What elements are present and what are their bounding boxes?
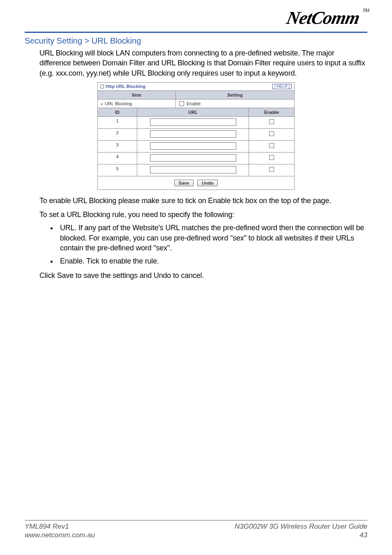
enable-master-checkbox[interactable] [179, 101, 184, 106]
row-url-cell [137, 153, 249, 164]
row-enable-checkbox[interactable] [269, 155, 274, 160]
row-id: 5 [98, 164, 137, 176]
table-row: 4 [98, 153, 294, 164]
header-item: Item [98, 91, 176, 99]
row-enable-checkbox[interactable] [269, 131, 274, 136]
table-row: 5 [98, 164, 294, 176]
header-setting: Setting [176, 91, 294, 99]
panel-icon [100, 85, 104, 88]
content-area: Security Setting > URL Blocking URL Bloc… [0, 36, 392, 280]
url-blocking-setting: Enable [176, 99, 294, 108]
table-row: 1 [98, 117, 294, 129]
row-url-cell [137, 129, 249, 140]
row-url-cell [137, 164, 249, 176]
row-enable-checkbox[interactable] [269, 143, 274, 148]
logo-text: NetComm [284, 8, 361, 28]
row-url-cell [137, 141, 249, 152]
url-blocking-label: URL Blocking [105, 101, 132, 106]
save-note: Click Save to save the settings and Undo… [39, 271, 367, 280]
row-id: 4 [98, 153, 137, 164]
url-input[interactable] [150, 154, 236, 162]
footer-doc-title: N3G002W 3G Wireless Router User Guide [235, 522, 367, 531]
panel-footer: Save Undo [98, 176, 294, 190]
header-enable: Enable [249, 108, 294, 116]
triangle-icon [101, 104, 103, 105]
enable-note: To enable URL Blocking please make sure … [39, 196, 367, 206]
rule-bullet-list: URL. If any part of the Website's URL ma… [48, 223, 367, 266]
table-row: 3 [98, 141, 294, 153]
row-enable-cell [249, 117, 294, 128]
panel-title-left: Http URL Blocking [100, 84, 145, 89]
netcomm-logo: NetCommTM [284, 7, 369, 28]
page-header: NetCommTM [25, 0, 367, 33]
panel-titlebar: Http URL Blocking [ HELP ] [98, 83, 294, 91]
url-input[interactable] [150, 118, 236, 126]
bullet-enable: Enable. Tick to enable the rule. [58, 256, 367, 266]
table-header-row: ID URL Enable [98, 108, 294, 117]
row-id: 3 [98, 141, 137, 152]
page-footer: YML894 Rev1 www.netcomm.com.au N3G002W 3… [25, 520, 367, 540]
row-enable-checkbox[interactable] [269, 167, 274, 172]
row-enable-cell [249, 141, 294, 152]
item-setting-header: Item Setting [98, 91, 294, 99]
url-blocking-panel: Http URL Blocking [ HELP ] Item Setting … [97, 82, 295, 190]
undo-button[interactable]: Undo [197, 180, 218, 186]
panel-title: Http URL Blocking [106, 84, 145, 89]
set-rule-intro: To set a URL Blocking rule, you need to … [39, 210, 367, 220]
table-row: 2 [98, 129, 294, 141]
footer-left: YML894 Rev1 www.netcomm.com.au [25, 522, 95, 540]
header-url: URL [137, 108, 249, 116]
row-enable-checkbox[interactable] [269, 119, 274, 124]
footer-page-number: 43 [235, 531, 367, 539]
url-input[interactable] [150, 130, 236, 138]
row-enable-cell [249, 129, 294, 140]
help-button[interactable]: [ HELP ] [272, 84, 292, 89]
url-input[interactable] [150, 142, 236, 150]
logo-tm: TM [362, 7, 369, 14]
row-enable-cell [249, 153, 294, 164]
url-input[interactable] [150, 166, 236, 173]
intro-paragraph: URL Blocking will block LAN computers fr… [39, 48, 367, 78]
row-enable-cell [249, 164, 294, 176]
enable-master-label: Enable [187, 101, 201, 106]
bullet-url: URL. If any part of the Website's URL ma… [58, 223, 367, 253]
url-blocking-item: URL Blocking [98, 99, 176, 108]
footer-doc-rev: YML894 Rev1 [25, 522, 95, 531]
breadcrumb: Security Setting > URL Blocking [25, 36, 367, 46]
row-id: 1 [98, 117, 137, 128]
header-id: ID [98, 108, 137, 116]
footer-url: www.netcomm.com.au [25, 531, 95, 539]
footer-right: N3G002W 3G Wireless Router User Guide 43 [235, 522, 367, 540]
row-id: 2 [98, 129, 137, 140]
url-blocking-row: URL Blocking Enable [98, 99, 294, 108]
row-url-cell [137, 117, 249, 128]
save-button[interactable]: Save [174, 180, 194, 186]
